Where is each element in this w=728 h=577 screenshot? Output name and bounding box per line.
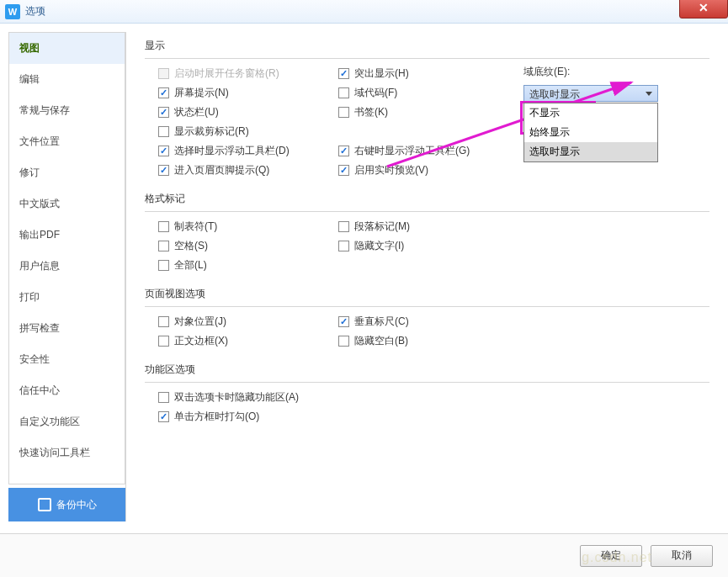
field-shading-option-1[interactable]: 始终显示 [524,123,657,142]
field-shading-combo[interactable]: 选取时显示 [523,85,658,102]
lbl-vruler: 垂直标尺(C) [354,315,409,329]
section-title-pageview: 页面视图选项 [145,283,709,307]
lbl-click-check: 单击方框时打勾(O) [174,410,259,424]
window-title: 选项 [25,4,45,19]
chk-dblclick-hide[interactable] [158,392,169,403]
chk-field-codes[interactable] [338,87,349,98]
sidebar-item-13[interactable]: 快速访问工具栏 [9,437,125,468]
backup-center-button[interactable]: 备份中心 [8,488,125,521]
sidebar-item-3[interactable]: 文件位置 [9,126,125,157]
field-shading-dropdown[interactable]: 不显示始终显示选取时显示 [523,103,658,162]
lbl-hidden: 隐藏文字(I) [354,239,404,253]
lbl-spaces: 空格(S) [174,239,208,253]
chk-hide-ws[interactable] [338,336,349,347]
lbl-hide-ws: 隐藏空白(B) [354,334,408,348]
sidebar-item-2[interactable]: 常规与保存 [9,95,125,126]
chk-spaces[interactable] [158,241,169,251]
chk-screen-tips[interactable] [158,87,169,98]
lbl-para: 段落标记(M) [354,220,410,234]
backup-icon [38,498,51,511]
lbl-rc-float-toolbar: 右键时显示浮动工具栏(G) [354,144,470,158]
lbl-highlight: 突出显示(H) [354,66,409,81]
lbl-obj-pos: 对象位置(J) [174,315,226,329]
lbl-txt-bound: 正文边框(X) [174,334,228,348]
close-button[interactable]: ✕ [679,0,728,19]
chk-highlight[interactable] [338,68,349,79]
field-shading-option-2[interactable]: 选取时显示 [524,142,657,161]
sidebar-nav: 视图编辑常规与保存文件位置修订中文版式输出PDF用户信息打印拼写检查安全性信任中… [8,32,125,484]
lbl-bookmarks: 书签(K) [354,105,388,119]
cancel-button[interactable]: 取消 [651,545,713,567]
chk-bookmarks[interactable] [338,107,349,118]
lbl-screen-tips: 屏幕提示(N) [174,86,229,100]
lbl-live-preview: 启用实时预览(V) [354,163,428,177]
lbl-tabs: 制表符(T) [174,220,217,234]
section-title-ribbon: 功能区选项 [145,359,709,383]
lbl-status-bar: 状态栏(U) [174,105,219,119]
chk-header-footer[interactable] [158,165,169,176]
lbl-header-footer: 进入页眉页脚提示(Q) [174,163,269,177]
chk-crop-marks[interactable] [158,126,169,137]
chk-rc-float-toolbar[interactable] [338,146,349,156]
sidebar-item-9[interactable]: 拼写检查 [9,313,125,344]
backup-label: 备份中心 [56,498,97,512]
chk-status-bar[interactable] [158,107,169,118]
chk-vruler[interactable] [338,316,349,327]
lbl-crop-marks: 显示裁剪标记(R) [174,124,249,139]
footer: g.csdn.net 确定 取消 [0,533,728,577]
lbl-field-codes: 域代码(F) [354,86,397,100]
chk-para[interactable] [338,221,349,232]
chk-tabs[interactable] [158,221,169,232]
lbl-startup-taskpane: 启动时展开任务窗格(R) [174,66,279,81]
sidebar-item-1[interactable]: 编辑 [9,64,125,95]
lbl-floating-toolbar: 选择时显示浮动工具栏(D) [174,144,290,158]
chk-hidden[interactable] [338,241,349,251]
chk-all[interactable] [158,260,169,271]
sidebar-item-10[interactable]: 安全性 [9,344,125,375]
chk-obj-pos[interactable] [158,316,169,327]
sidebar-item-7[interactable]: 用户信息 [9,251,125,282]
sidebar-item-12[interactable]: 自定义功能区 [9,406,125,437]
chk-click-check[interactable] [158,411,169,422]
app-logo-icon: W [5,4,20,19]
lbl-dblclick-hide: 双击选项卡时隐藏功能区(A) [174,390,299,405]
sidebar-item-5[interactable]: 中文版式 [9,188,125,220]
chk-floating-toolbar[interactable] [158,146,169,156]
field-shading-label: 域底纹(E): [523,65,570,79]
section-title-display: 显示 [145,35,709,59]
chk-txt-bound[interactable] [158,336,169,347]
lbl-all: 全部(L) [174,258,207,273]
ok-button[interactable]: 确定 [580,545,642,567]
main-panel: 显示 启动时展开任务窗格(R) 突出显示(H) 域底纹(E): 屏幕提示(N) … [126,24,728,530]
chk-startup-taskpane [158,68,169,79]
titlebar: W 选项 ✕ [0,0,728,24]
sidebar-item-0[interactable]: 视图 [9,33,125,64]
section-title-marks: 格式标记 [145,188,709,212]
sidebar-item-4[interactable]: 修订 [9,157,125,188]
sidebar-item-11[interactable]: 信任中心 [9,375,125,406]
sidebar-item-8[interactable]: 打印 [9,282,125,313]
sidebar-item-6[interactable]: 输出PDF [9,220,125,251]
chk-live-preview[interactable] [338,165,349,176]
field-shading-option-0[interactable]: 不显示 [524,103,657,123]
